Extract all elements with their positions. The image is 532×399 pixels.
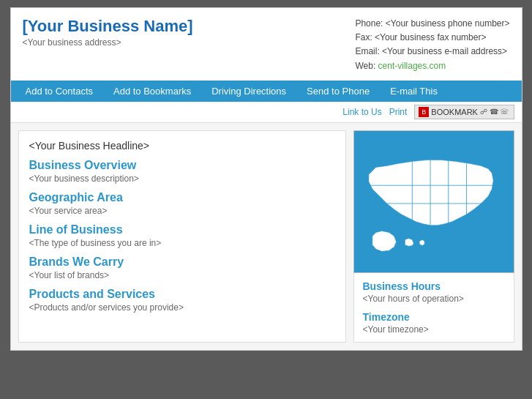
info-heading-1: Timezone (363, 311, 505, 323)
business-address: <Your business address> (23, 37, 193, 48)
info-sub-0: <Your hours of operation> (363, 294, 505, 304)
phone-label: Phone: (355, 18, 383, 29)
section-heading-1: Geographic Area (29, 191, 335, 204)
map-box (353, 130, 514, 273)
right-column: Business Hours <Your hours of operation>… (353, 130, 514, 343)
email-value: <Your business e-mail address> (382, 46, 507, 56)
print-link[interactable]: Print (389, 107, 408, 117)
nav-send-to-phone[interactable]: Send to Phone (296, 81, 380, 102)
section-sub-2: <The type of business you are in> (29, 238, 335, 248)
email-line: Email: <Your business e-mail address> (355, 45, 509, 59)
section-heading-0: Business Overview (29, 159, 335, 172)
header: [Your Business Name] <Your business addr… (11, 8, 522, 81)
header-right: Phone: <Your business phone number> Fax:… (355, 17, 509, 73)
web-value[interactable]: cent-villages.com (378, 61, 446, 71)
section-heading-2: Line of Business (29, 223, 335, 236)
nav-driving-directions[interactable]: Driving Directions (201, 81, 296, 102)
fax-line: Fax: <Your business fax number> (355, 31, 509, 45)
header-left: [Your Business Name] <Your business addr… (23, 17, 193, 73)
section-sub-3: <Your list of brands> (29, 270, 335, 280)
business-headline: <Your Business Headline> (29, 140, 335, 152)
page-wrapper: [Your Business Name] <Your business addr… (10, 7, 522, 351)
bookmark-button[interactable]: B BOOKMARK ☍ ☎ ☏ (414, 105, 514, 119)
section-sub-4: <Products and/or services you provide> (29, 302, 335, 313)
usa-map-svg (354, 131, 514, 272)
info-box: Business Hours <Your hours of operation>… (353, 273, 514, 343)
fax-label: Fax: (355, 32, 372, 42)
bookmark-icons-extra: ☍ ☎ ☏ (480, 108, 510, 116)
business-name: [Your Business Name] (23, 17, 193, 36)
info-heading-0: Business Hours (363, 280, 505, 292)
email-label: Email: (355, 46, 379, 56)
phone-line: Phone: <Your business phone number> (355, 17, 509, 31)
nav-add-bookmarks[interactable]: Add to Bookmarks (103, 81, 201, 102)
web-line: Web: cent-villages.com (355, 59, 509, 73)
section-sub-1: <Your service area> (29, 206, 335, 216)
section-heading-3: Brands We Carry (29, 256, 335, 269)
left-column: <Your Business Headline> Business Overvi… (18, 130, 346, 343)
nav-bar: Add to Contacts Add to Bookmarks Driving… (11, 81, 522, 102)
link-to-us[interactable]: Link to Us (342, 107, 381, 117)
phone-value: <Your business phone number> (386, 18, 510, 29)
bookmark-icon: B (419, 107, 429, 117)
util-bar: Link to Us Print B BOOKMARK ☍ ☎ ☏ (11, 102, 522, 123)
fax-value: <Your business fax number> (375, 32, 486, 42)
section-sub-0: <Your business description> (29, 174, 335, 184)
main-content: <Your Business Headline> Business Overvi… (11, 123, 522, 350)
info-sub-1: <Your timezone> (363, 324, 505, 335)
web-label: Web: (355, 61, 375, 71)
section-heading-4: Products and Services (29, 288, 335, 301)
bookmark-label: BOOKMARK (431, 108, 478, 116)
nav-email-this[interactable]: E-mail This (380, 81, 448, 102)
nav-add-contacts[interactable]: Add to Contacts (15, 81, 104, 102)
